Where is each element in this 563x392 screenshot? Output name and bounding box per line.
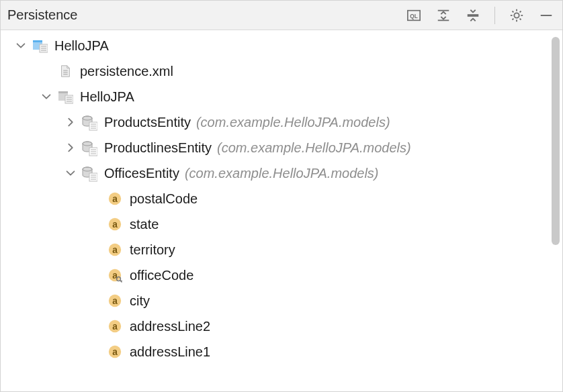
persistence-tree[interactable]: HelloJPA persistence.xml HelloJPA [1,30,562,367]
module-icon [57,89,73,105]
scrollbar-thumb[interactable] [552,37,560,245]
attribute-icon [107,293,123,309]
chevron-down-icon[interactable] [40,90,53,103]
tree-node-label: addressLine2 [130,320,210,333]
attribute-icon [107,242,123,258]
attribute-icon [107,344,123,360]
panel-title: Persistence [7,7,404,23]
tree-node-attribute[interactable]: addressLine2 [5,313,562,339]
expand-all-button[interactable] [434,6,453,25]
panel-header: Persistence [1,1,562,30]
chevron-right-icon[interactable] [64,115,77,129]
tree-node-qualifier: (com.example.HelloJPA.models) [217,141,411,154]
tree-node-label: territory [130,243,175,256]
file-icon [57,63,73,79]
persistence-panel: Persistence [0,0,563,392]
tree-node-label: HelloJPA [54,39,109,52]
entity-icon [81,165,97,181]
attribute-icon [107,191,123,207]
entity-icon [81,140,97,156]
tree-node-entity[interactable]: ProductlinesEntity (com.example.HelloJPA… [5,135,562,160]
tree-node-project[interactable]: HelloJPA [5,33,562,58]
panel-body: HelloJPA persistence.xml HelloJPA [1,30,562,391]
tree-node-module[interactable]: HelloJPA [5,84,562,109]
tree-node-attribute[interactable]: territory [5,237,562,262]
chevron-down-icon[interactable] [14,39,28,52]
tree-node-file[interactable]: persistence.xml [5,58,562,84]
ql-console-button[interactable] [404,6,423,25]
chevron-right-icon[interactable] [64,141,77,154]
attribute-icon [107,318,123,334]
tree-node-attribute[interactable]: officeCode [5,262,562,288]
tree-node-entity[interactable]: OfficesEntity (com.example.HelloJPA.mode… [5,160,562,186]
minimize-button[interactable] [537,6,556,25]
tree-node-attribute[interactable]: postalCode [5,186,562,211]
collapse-all-button[interactable] [464,6,482,25]
tree-node-label: postalCode [130,192,198,205]
attribute-icon [107,216,123,232]
tree-node-label: ProductlinesEntity [104,141,212,154]
toolbar-separator [494,7,495,24]
entity-icon [81,114,97,130]
tree-node-label: addressLine1 [130,345,210,358]
tree-node-label: ProductsEntity [104,115,191,129]
tree-node-attribute[interactable]: state [5,211,562,237]
tree-node-qualifier: (com.example.HelloJPA.models) [196,115,390,129]
module-icon [32,38,48,54]
tree-node-qualifier: (com.example.HelloJPA.models) [185,166,379,180]
chevron-down-icon[interactable] [64,166,77,180]
tree-node-entity[interactable]: ProductsEntity (com.example.HelloJPA.mod… [5,109,562,135]
tree-node-attribute[interactable]: addressLine1 [5,339,562,364]
tree-node-label: persistence.xml [80,64,173,78]
tree-node-label: HelloJPA [80,90,134,103]
panel-toolbar [404,6,556,25]
tree-node-label: state [130,217,159,231]
tree-node-label: city [130,294,150,307]
tree-node-label: officeCode [130,268,193,282]
attribute-key-icon [107,267,123,283]
settings-button[interactable] [507,6,526,25]
tree-node-attribute[interactable]: city [5,288,562,313]
tree-node-label: OfficesEntity [104,166,179,180]
